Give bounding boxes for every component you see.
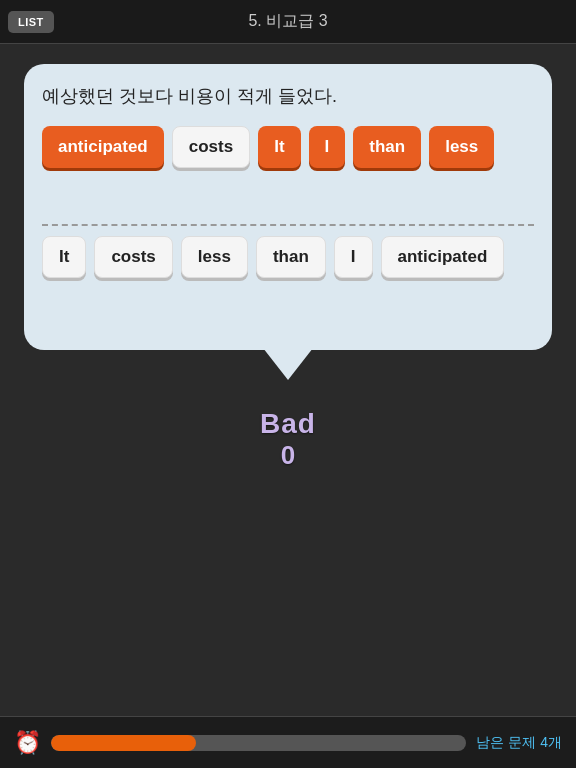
- korean-sentence: 예상했던 것보다 비용이 적게 들었다.: [42, 84, 534, 108]
- remaining-text: 남은 문제 4개: [476, 734, 562, 752]
- bottom-bar: ⏰ 남은 문제 4개: [0, 716, 576, 768]
- progress-bar-container: [51, 735, 466, 751]
- available-tile-a3[interactable]: less: [181, 236, 248, 278]
- selected-tile-t6[interactable]: less: [429, 126, 494, 168]
- alarm-icon: ⏰: [14, 730, 41, 756]
- main-content: 예상했던 것보다 비용이 적게 들었다. anticipatedcostsItI…: [0, 44, 576, 350]
- available-tile-a5[interactable]: I: [334, 236, 373, 278]
- available-tile-a2[interactable]: costs: [94, 236, 172, 278]
- available-tiles-area: ItcostslessthanIanticipated: [42, 236, 534, 326]
- selected-tiles-area: anticipatedcostsItIthanless: [42, 126, 534, 216]
- list-button[interactable]: LIST: [8, 11, 54, 33]
- selected-tile-t4[interactable]: I: [309, 126, 346, 168]
- progress-bar-fill: [51, 735, 196, 751]
- available-tile-a4[interactable]: than: [256, 236, 326, 278]
- selected-tile-t2[interactable]: costs: [172, 126, 250, 168]
- score-area: Bad 0: [0, 408, 576, 471]
- header-title: 5. 비교급 3: [248, 11, 327, 32]
- selected-tile-t1[interactable]: anticipated: [42, 126, 164, 168]
- speech-bubble: 예상했던 것보다 비용이 적게 들었다. anticipatedcostsItI…: [24, 64, 552, 350]
- selected-tile-t3[interactable]: It: [258, 126, 300, 168]
- score-value: 0: [281, 440, 295, 471]
- selected-tile-t5[interactable]: than: [353, 126, 421, 168]
- divider: [42, 224, 534, 226]
- available-tile-a1[interactable]: It: [42, 236, 86, 278]
- header: LIST 5. 비교급 3: [0, 0, 576, 44]
- score-label: Bad: [260, 408, 316, 440]
- available-tile-a6[interactable]: anticipated: [381, 236, 505, 278]
